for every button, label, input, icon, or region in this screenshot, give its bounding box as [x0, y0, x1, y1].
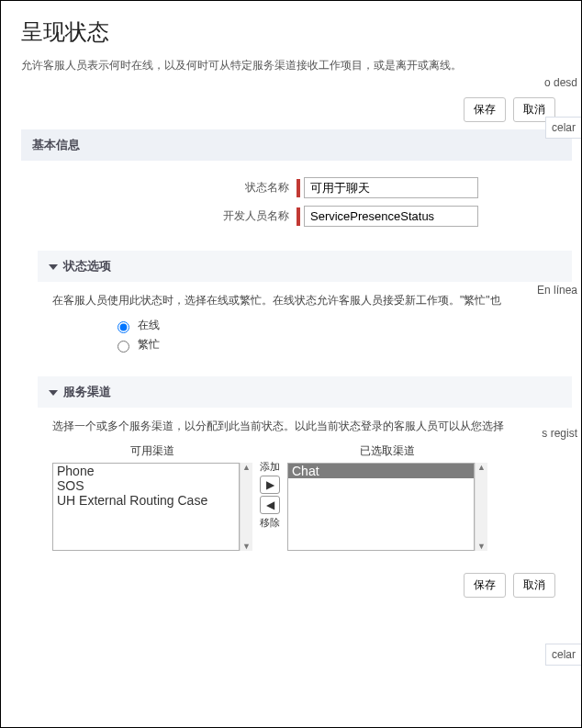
status-options-label: 状态选项 — [63, 259, 111, 273]
chevron-down-icon — [49, 264, 58, 270]
bottom-button-row: 保存 取消 — [21, 551, 581, 610]
section-status-options[interactable]: 状态选项 — [38, 251, 572, 282]
cancel-button[interactable]: 取消 — [513, 573, 555, 598]
list-item[interactable]: Phone — [53, 464, 239, 478]
status-name-label: 状态名称 — [21, 180, 297, 196]
field-status-name: 状态名称 — [21, 177, 581, 198]
developer-name-input[interactable] — [304, 206, 478, 227]
remove-button[interactable]: ◀ — [260, 496, 280, 514]
required-indicator — [297, 179, 300, 197]
list-item[interactable]: UH External Routing Case — [53, 493, 239, 508]
available-channels-listbox[interactable]: PhoneSOSUH External Routing Case — [52, 463, 240, 551]
radio-busy-input[interactable] — [118, 341, 129, 353]
bg-button-fragment: celar — [545, 117, 581, 139]
bg-text-fragment: En línea — [533, 282, 581, 298]
bg-text-fragment: s regist — [538, 425, 581, 442]
section-service-channels[interactable]: 服务渠道 — [38, 376, 572, 408]
page-title: 呈现状态 — [21, 17, 581, 47]
bg-text-fragment: o desd — [541, 74, 581, 91]
developer-name-label: 开发人员名称 — [21, 208, 297, 224]
top-button-row: 保存 取消 — [21, 90, 581, 129]
list-item[interactable]: SOS — [53, 478, 239, 493]
bg-button-fragment: celar — [545, 644, 581, 666]
scrollbar[interactable]: ▲▼ — [475, 463, 487, 551]
radio-online-label: 在线 — [138, 318, 160, 333]
remove-label: 移除 — [260, 516, 280, 530]
radio-busy-label: 繁忙 — [138, 337, 160, 353]
list-item[interactable]: Chat — [288, 464, 474, 478]
service-channels-label: 服务渠道 — [63, 385, 111, 398]
scrollbar[interactable]: ▲▼ — [240, 463, 252, 551]
service-channels-description: 选择一个或多个服务渠道，以分配到此当前状态。以此当前状态登录的客服人员可以从您选… — [52, 419, 572, 434]
status-name-input[interactable] — [304, 177, 478, 198]
selected-channels-listbox[interactable]: Chat — [287, 463, 475, 551]
field-developer-name: 开发人员名称 — [21, 206, 581, 227]
section-basic-info: 基本信息 — [21, 129, 572, 161]
radio-online[interactable]: 在线 — [113, 318, 581, 333]
radio-online-input[interactable] — [118, 321, 129, 333]
add-button[interactable]: ▶ — [260, 476, 280, 494]
save-button[interactable]: 保存 — [464, 573, 506, 598]
dual-listbox: 可用渠道 PhoneSOSUH External Routing Case ▲▼… — [52, 443, 572, 551]
arrow-left-icon: ◀ — [266, 498, 274, 511]
radio-busy[interactable]: 繁忙 — [113, 337, 581, 353]
save-button[interactable]: 保存 — [464, 97, 506, 122]
arrow-right-icon: ▶ — [266, 478, 274, 491]
add-label: 添加 — [260, 460, 280, 474]
chevron-down-icon — [49, 390, 58, 396]
selected-channels-label: 已选取渠道 — [360, 443, 415, 459]
required-indicator — [297, 207, 300, 226]
page-description: 允许客服人员表示何时在线，以及何时可从特定服务渠道接收工作项目，或是离开或离线。 — [21, 58, 581, 73]
available-channels-label: 可用渠道 — [130, 443, 174, 459]
status-options-description: 在客服人员使用此状态时，选择在线或繁忙。在线状态允许客服人员接受新工作项。"繁忙… — [52, 293, 572, 308]
